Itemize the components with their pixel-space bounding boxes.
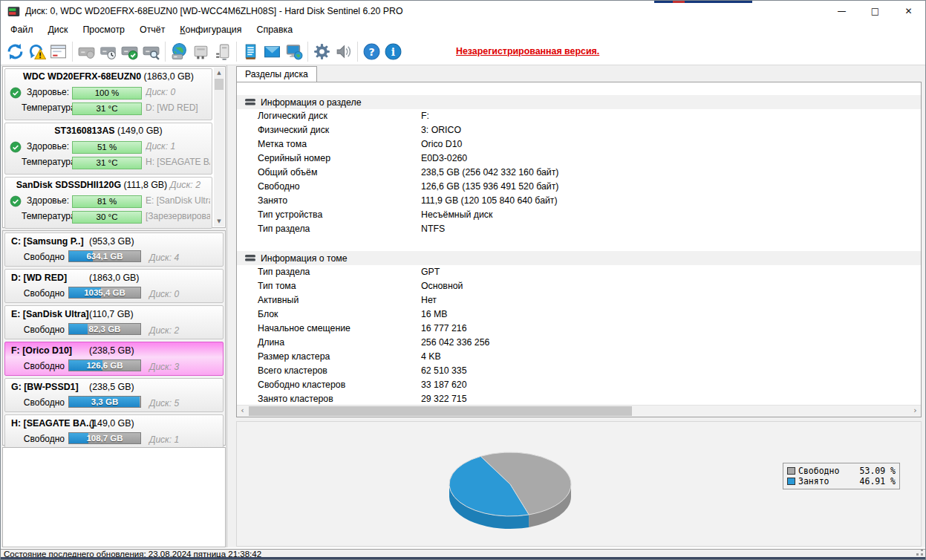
volume-size: (1863,0 GB) (89, 273, 140, 283)
free-space-value: 108,7 GB (69, 433, 140, 443)
scrollbar-thumb[interactable] (215, 79, 224, 90)
disk-list-scrollbar[interactable]: ▲ ▼ (214, 68, 224, 227)
free-label: Свободно (17, 397, 65, 408)
settings-gear-icon (313, 42, 331, 61)
volume-size: (953,3 GB) (89, 236, 134, 247)
health-label: Здоровье: (22, 87, 69, 97)
log-button[interactable] (240, 41, 261, 62)
volume-card-h[interactable]: H: [SEAGATE BA..] (149,0 GB) Свободно 10… (4, 414, 224, 449)
section-header-volume[interactable]: Информация о томе (237, 251, 921, 265)
drive-connector-button[interactable] (190, 41, 212, 62)
free-space-bar: 1035,4 GB (68, 287, 141, 299)
drive-check-button[interactable] (119, 41, 140, 62)
info-row: Занято111,9 GB (120 105 840 640 байт) (237, 194, 921, 208)
info-row: Блок16 MB (237, 307, 921, 322)
refresh-button[interactable] (4, 41, 26, 62)
refresh-icon (6, 42, 25, 61)
menu-report[interactable]: Отчёт (132, 22, 172, 38)
window-title: Диск: 0, WDC WD20EFRX-68EUZN0 [WD-WCC4M6… (25, 6, 402, 16)
volume-card-f-selected[interactable]: F: [Orico D10] (238,5 GB) Свободно 126,6… (4, 342, 224, 376)
horizontal-scrollbar[interactable]: ‹ › (237, 405, 921, 417)
minimize-button[interactable]: — (825, 1, 858, 22)
scroll-right-icon[interactable]: › (910, 406, 921, 417)
drive-search-button[interactable] (140, 41, 162, 62)
temperature-value: 31 °C (72, 102, 142, 115)
free-space-value: 82,3 GB (69, 324, 140, 334)
drive-plug-icon (213, 42, 232, 61)
free-space-bar: 126,6 GB (68, 359, 141, 371)
volume-card-g[interactable]: G: [BW-PSSD1] (238,5 GB) Свободно 3,3 GB… (4, 378, 224, 412)
drive-button[interactable] (76, 41, 97, 62)
scroll-down-icon[interactable]: ▼ (214, 216, 224, 227)
menu-help[interactable]: Справка (250, 22, 301, 38)
volume-size: (149,0 GB) (89, 418, 134, 429)
taskbar-edge (1, 557, 925, 559)
network-monitor-button[interactable] (283, 41, 304, 62)
menu-file[interactable]: Файл (3, 22, 40, 38)
volume-name: D: [WD RED] (11, 273, 67, 283)
unregistered-version-link[interactable]: Незарегистрированная версия. (456, 46, 599, 56)
drive-plug-button[interactable] (212, 41, 233, 62)
free-label: Свободно (17, 434, 65, 444)
volume-card-d[interactable]: D: [WD RED] (1863,0 GB) Свободно 1035,4 … (4, 269, 224, 303)
settings-button[interactable] (311, 41, 333, 62)
disk-card-0[interactable]: WDC WD20EFRX-68EUZN0 (1863,0 GB) Здоровь… (4, 68, 212, 120)
space-usage-chart-panel: Свободно 53.09 % Занято 46.91 % (236, 421, 922, 547)
disk-card-1[interactable]: ST3160813AS (149,0 GB) Здоровье: 51 % Ди… (4, 123, 212, 175)
free-space-bar: 3,3 GB (68, 396, 141, 408)
mail-button[interactable] (261, 41, 283, 62)
report-icon (49, 42, 68, 61)
volume-card-e[interactable]: E: [SanDisk Ultra] (110,7 GB) Свободно 8… (4, 305, 224, 339)
menu-view[interactable]: Просмотр (75, 22, 132, 38)
globe-drive-button[interactable] (169, 41, 190, 62)
help-button[interactable]: ? (361, 41, 382, 62)
report-button[interactable] (48, 41, 69, 62)
used-swatch-icon (787, 478, 795, 485)
temperature-label: Температура: (22, 211, 69, 221)
info-row: Логический дискF: (237, 109, 921, 123)
speaker-icon (334, 42, 353, 61)
free-space-value: 1035,4 GB (69, 287, 140, 298)
resize-grip[interactable] (916, 549, 923, 556)
hard-disk-sentinel-window: Диск: 0, WDC WD20EFRX-68EUZN0 [WD-WCC4M6… (0, 0, 926, 560)
toolbar: ? i Незарегистрированная версия. (1, 38, 925, 65)
refresh-warning-button[interactable] (26, 41, 48, 62)
info-row: Тип устройстваНесъёмный диск (237, 208, 921, 222)
volume-name: C: [Samsung P..] (11, 236, 84, 247)
temperature-label: Температура: (22, 102, 69, 113)
legend-row-used: Занято 46.91 % (787, 476, 896, 486)
scrollbar-thumb[interactable] (249, 406, 632, 416)
drive-mapping: H: [SEAGATE BA (146, 157, 210, 167)
background-window-sliver (654, 1, 752, 3)
svg-text:i: i (391, 45, 395, 57)
tab-disk-partitions[interactable]: Разделы диска (236, 66, 317, 82)
disk-card-2[interactable]: SanDisk SDSSDHII120G (111,8 GB) Диск: 2 … (4, 177, 212, 229)
menu-configuration[interactable]: Конфигурация (172, 22, 249, 38)
disk-number: Диск: 3 (149, 362, 179, 372)
toolbar-separator (307, 42, 308, 62)
free-space-value: 634,1 GB (69, 251, 140, 261)
info-button[interactable]: i (382, 41, 404, 62)
section-collapse-icon (245, 99, 255, 105)
section-header-partition[interactable]: Информация о разделе (237, 95, 921, 109)
menu-disk[interactable]: Диск (40, 22, 75, 38)
info-row: Свободно126,6 GB (135 936 491 520 байт) (237, 180, 921, 194)
info-row: Размер кластера4 KB (237, 350, 921, 364)
close-button[interactable]: ✕ (892, 1, 925, 22)
maximize-button[interactable]: □ (858, 1, 892, 22)
scroll-left-icon[interactable]: ‹ (237, 406, 248, 417)
free-space-bar: 82,3 GB (68, 323, 141, 335)
mail-icon (263, 42, 281, 61)
volume-card-c[interactable]: C: [Samsung P..] (953,3 GB) Свободно 634… (4, 232, 224, 267)
drive-icon (77, 42, 96, 61)
log-icon (241, 42, 260, 61)
temperature-label: Температура: (22, 157, 69, 167)
sound-button[interactable] (333, 41, 354, 62)
health-label: Здоровье: (22, 141, 69, 152)
disk-size: (149,0 GB) (117, 126, 163, 136)
toolbar-separator (72, 42, 73, 62)
free-label: Свободно (17, 288, 65, 299)
scroll-up-icon[interactable]: ▲ (214, 68, 224, 78)
app-logo-icon (7, 5, 20, 18)
drive-clock-button[interactable] (97, 41, 119, 62)
